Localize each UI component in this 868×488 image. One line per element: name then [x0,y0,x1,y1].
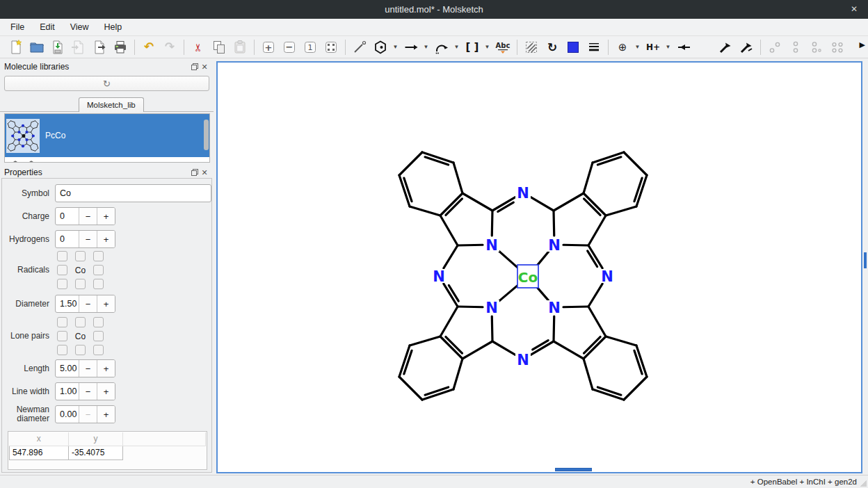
grid-checkbox[interactable] [93,279,104,289]
reaction-arrow-tool-button[interactable] [402,38,420,56]
delete-tool-button[interactable] [696,38,714,56]
connect-tool-button[interactable] [675,38,693,56]
charge-tool-dropdown[interactable]: ▼ [633,38,642,56]
export-file-button[interactable] [90,38,108,56]
grid-checkbox[interactable] [93,265,104,275]
diameter-value[interactable]: 1.50 [56,295,79,312]
color-picker-button[interactable] [564,38,582,56]
line-width-tool-button[interactable] [585,38,603,56]
toolbar-separator [517,40,517,55]
mechanism-arrow-tool-button[interactable] [433,38,451,56]
mechanics-tool-2-button[interactable] [737,38,755,56]
vertical-scroll-thumb[interactable] [864,252,867,268]
grid-checkbox[interactable] [75,317,86,327]
line-width-label: Line width [6,387,49,396]
line-width-value[interactable]: 1.00 [56,383,79,400]
charge-value[interactable]: 0 [56,208,79,225]
selection-tool-icon [523,39,540,56]
hydrogen-tool-button[interactable]: H+ [644,38,662,56]
grid-checkbox[interactable] [93,251,104,261]
grid-checkbox[interactable] [93,345,104,355]
save-file-button[interactable] [49,38,67,56]
new-file-button[interactable] [7,38,25,56]
coord-x-cell[interactable]: 547.896 [10,446,69,459]
grid-checkbox[interactable] [57,345,67,355]
hydrogen-tool-dropdown[interactable]: ▼ [664,38,673,56]
status-bar: + OpenBabel + InChI + gen2d [0,475,868,488]
bracket-tool-dropdown[interactable]: ▼ [483,38,492,56]
menu-help[interactable]: Help [97,20,130,34]
length-increment-button[interactable]: + [97,360,115,377]
list-item-partial[interactable] [5,157,209,163]
coord-y-cell[interactable]: -35.4075 [69,446,123,459]
grid-checkbox[interactable] [75,279,86,289]
ring-tool-dropdown[interactable]: ▼ [391,38,400,56]
charge-stepper: 0 − + [55,207,115,225]
mechanics-tool-1-button[interactable] [716,38,734,56]
draw-tool-button[interactable] [351,38,369,56]
svg-text:N: N [485,300,498,316]
newman-diameter-decrement-button[interactable]: − [79,406,97,423]
text-tool-button[interactable]: Abc [494,38,512,56]
library-scrollbar[interactable] [204,120,209,150]
zoom-in-button[interactable]: + [259,38,278,56]
print-button[interactable] [111,38,129,56]
undo-button[interactable]: ↶ [140,38,158,56]
mechanism-arrow-tool-dropdown[interactable]: ▼ [452,38,461,56]
newman-diameter-increment-button[interactable]: + [97,406,115,423]
close-window-button[interactable]: ✕ [847,3,861,15]
line-width-decrement-button[interactable]: − [79,383,97,400]
float-panel-icon[interactable] [190,168,200,177]
grid-checkbox[interactable] [57,317,67,327]
zoom-fit-button[interactable] [322,38,340,56]
toolbar-extension-button[interactable]: ▶ [860,40,865,49]
grid-checkbox[interactable] [57,279,67,289]
grid-checkbox[interactable] [75,251,86,261]
symbol-input[interactable]: Co [55,184,211,202]
grid-checkbox[interactable] [93,331,104,341]
horizontal-scroll-thumb[interactable] [555,468,592,471]
cut-button[interactable]: ✂ [189,38,207,56]
rotate-tool-button[interactable]: ↻ [543,38,561,56]
charge-tool-button[interactable]: ⊕ [613,38,632,56]
grid-checkbox[interactable] [57,251,67,261]
charge-increment-button[interactable]: + [97,208,115,225]
open-file-button[interactable] [28,38,46,56]
library-item-pcco[interactable]: PcCo [5,114,209,157]
menu-edit[interactable]: Edit [32,20,63,34]
close-panel-icon[interactable]: ✕ [200,63,209,71]
menu-view[interactable]: View [63,20,97,34]
zoom-original-button[interactable]: 1 [301,38,319,56]
tab-molsketch-lib[interactable]: Molsketch_lib [79,97,144,112]
grid-checkbox[interactable] [93,317,104,327]
selection-tool-button[interactable] [522,38,540,56]
length-decrement-button[interactable]: − [79,360,97,377]
paste-icon [232,39,248,56]
paste-button [231,38,249,56]
ring-tool-button[interactable] [371,38,389,56]
resize-grip[interactable] [860,480,867,487]
menu-file[interactable]: File [3,20,32,34]
drawing-canvas[interactable]: CoNNNNNNNN [216,61,862,473]
grid-checkbox[interactable] [57,331,67,341]
newman-diameter-value[interactable]: 0.00 [56,406,79,423]
grid-checkbox[interactable] [75,345,86,355]
diameter-increment-button[interactable]: + [97,295,115,312]
charge-decrement-button[interactable]: − [79,208,97,225]
copy-button[interactable] [210,38,228,56]
diameter-decrement-button[interactable]: − [79,295,97,312]
grid-checkbox[interactable] [57,265,67,275]
close-panel-icon[interactable]: ✕ [200,168,209,177]
coord-column-header [123,432,206,446]
bracket-tool-button[interactable]: [ ] [463,38,481,56]
zoom-out-button[interactable]: − [280,38,298,56]
import-file-button [70,38,88,56]
hydrogens-value[interactable]: 0 [56,231,79,247]
refresh-libraries-button[interactable]: ↻ [4,76,209,91]
float-panel-icon[interactable] [190,63,200,71]
hydrogens-decrement-button[interactable]: − [79,231,97,247]
hydrogens-increment-button[interactable]: + [97,231,115,247]
reaction-arrow-tool-dropdown[interactable]: ▼ [421,38,431,56]
length-value[interactable]: 5.00 [56,360,79,377]
line-width-increment-button[interactable]: + [97,383,115,400]
